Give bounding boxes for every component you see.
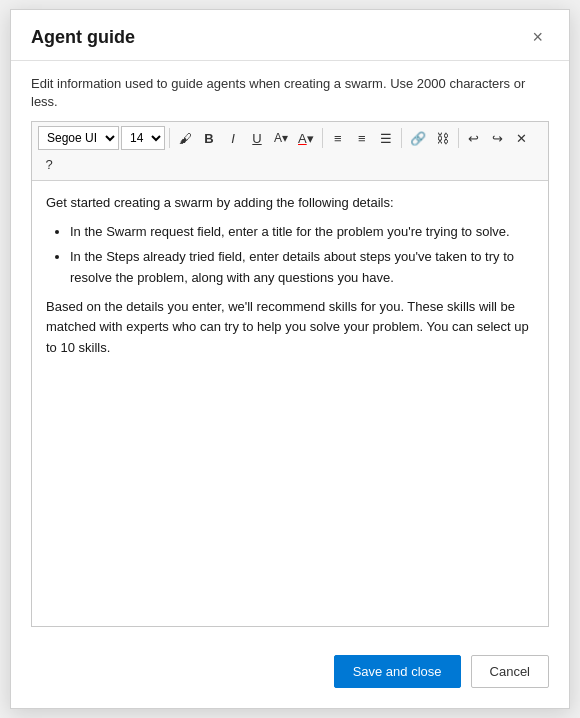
toolbar-divider-4	[458, 128, 459, 148]
underline-button[interactable]: U	[246, 126, 268, 150]
editor-bullet-2: In the Steps already tried field, enter …	[70, 247, 534, 289]
italic-button[interactable]: I	[222, 126, 244, 150]
toolbar: Segoe UI 14 🖌 B I U A▾ A▾ ≡ ≡ ☰ 🔗 ⛓ ↩ ↪ …	[32, 122, 548, 181]
toolbar-divider-3	[401, 128, 402, 148]
font-size-select[interactable]: 14	[121, 126, 165, 150]
link-button[interactable]: 🔗	[406, 126, 430, 150]
highlight-button[interactable]: A▾	[270, 126, 292, 150]
dialog-header: Agent guide ×	[11, 10, 569, 61]
bold-button[interactable]: B	[198, 126, 220, 150]
agent-guide-dialog: Agent guide × Edit information used to g…	[10, 9, 570, 709]
bullets-button[interactable]: ≡	[327, 126, 349, 150]
numbering-button[interactable]: ≡	[351, 126, 373, 150]
unlink-button[interactable]: ⛓	[432, 126, 454, 150]
redo-button[interactable]: ↪	[487, 126, 509, 150]
save-close-button[interactable]: Save and close	[334, 655, 461, 688]
toolbar-divider-2	[322, 128, 323, 148]
font-color-button[interactable]: A▾	[294, 126, 318, 150]
close-button[interactable]: ×	[526, 26, 549, 48]
editor-list: In the Swarm request field, enter a titl…	[70, 222, 534, 288]
toolbar-divider-1	[169, 128, 170, 148]
dialog-description: Edit information used to guide agents wh…	[11, 61, 569, 121]
cancel-button[interactable]: Cancel	[471, 655, 549, 688]
undo-button[interactable]: ↩	[463, 126, 485, 150]
align-button[interactable]: ☰	[375, 126, 397, 150]
font-family-select[interactable]: Segoe UI	[38, 126, 119, 150]
help-button[interactable]: ?	[38, 152, 60, 176]
editor-container: Segoe UI 14 🖌 B I U A▾ A▾ ≡ ≡ ☰ 🔗 ⛓ ↩ ↪ …	[31, 121, 549, 627]
paint-format-button[interactable]: 🖌	[174, 126, 196, 150]
editor-paragraph-2: Based on the details you enter, we'll re…	[46, 297, 534, 359]
editor-bullet-1: In the Swarm request field, enter a titl…	[70, 222, 534, 243]
dialog-title: Agent guide	[31, 27, 135, 48]
editor-intro: Get started creating a swarm by adding t…	[46, 193, 534, 214]
dialog-footer: Save and close Cancel	[11, 643, 569, 708]
editor-content[interactable]: Get started creating a swarm by adding t…	[32, 181, 548, 461]
clear-format-button[interactable]: ✕	[511, 126, 533, 150]
